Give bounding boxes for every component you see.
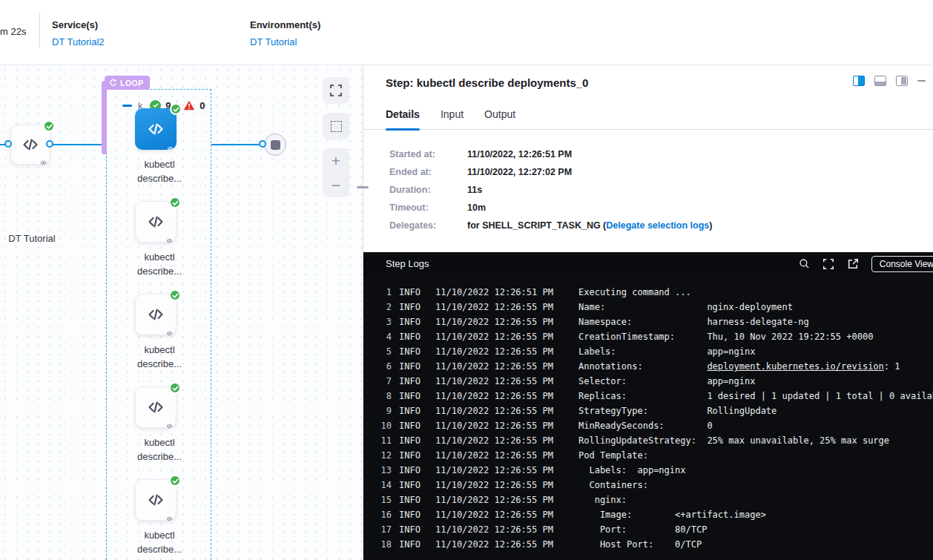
detail-value: for SHELL_SCRIPT_TASK_NG (Delegate selec… xyxy=(467,220,712,231)
canvas-select-button[interactable] xyxy=(323,113,349,139)
tab-details[interactable]: Details xyxy=(386,99,420,130)
step-node-label: kubectldescribe... xyxy=(107,157,212,185)
log-line: 3INFO11/10/2022 12:26:55 PMNamespace: ha… xyxy=(363,314,933,329)
layout-minimized-view-icon[interactable] xyxy=(896,76,908,86)
log-line: 15INFO11/10/2022 12:26:55 PM nginx: xyxy=(363,493,933,507)
panel-tabs: Details Input Output xyxy=(363,99,933,130)
service-link[interactable]: DT Tutorial2 xyxy=(52,36,105,47)
logs-fullscreen-icon[interactable] xyxy=(822,258,834,270)
detail-row: Delegates: for SHELL_SCRIPT_TASK_NG (Del… xyxy=(389,220,933,231)
connector-dot xyxy=(259,140,266,148)
detail-row: Started at:11/10/2022, 12:26:51 PM xyxy=(389,149,933,159)
panel-resize-handle[interactable] xyxy=(357,186,369,188)
node-dt-tutorial[interactable]: DT Tutorial xyxy=(10,125,50,165)
log-line: 5INFO11/10/2022 12:26:55 PMLabels: app=n… xyxy=(363,344,933,359)
annotation-revision-link[interactable]: deployment.kubernetes.io/revision xyxy=(707,361,883,372)
success-check-icon xyxy=(169,382,181,394)
code-icon xyxy=(22,136,39,154)
connector-dot xyxy=(4,140,12,148)
log-output[interactable]: 1INFO11/10/2022 12:26:51 PMExecuting com… xyxy=(363,275,933,560)
panel-title: Step: kubectl describe deployments_0 xyxy=(386,76,588,89)
code-icon xyxy=(147,213,165,231)
loop-icon xyxy=(109,79,117,87)
detail-label: Timeout: xyxy=(389,202,467,213)
canvas-fullscreen-button[interactable] xyxy=(323,77,349,104)
minimize-icon[interactable] xyxy=(917,80,926,82)
tab-output[interactable]: Output xyxy=(484,99,515,130)
loop-badge-label: LOOP xyxy=(120,79,144,88)
delegate-selection-logs-link[interactable]: Delegate selection logs xyxy=(606,220,709,231)
step-details-panel: Step: kubectl describe deployments_0 Det… xyxy=(363,65,933,560)
pipeline-canvas[interactable]: DT Tutorial LOOP k. xyxy=(0,65,363,560)
log-line: 7INFO11/10/2022 12:26:55 PMSelector: app… xyxy=(363,374,933,389)
service-label: Service(s) xyxy=(52,19,98,30)
console-view-button[interactable]: Console View xyxy=(871,256,933,272)
loop-group-container: k. 9 0 kubectldescribe... xyxy=(106,89,211,560)
step-details: Started at:11/10/2022, 12:26:51 PM Ended… xyxy=(363,130,933,252)
elapsed-time: m 22s xyxy=(0,26,26,37)
detail-row: Duration:11s xyxy=(389,185,933,195)
stop-icon xyxy=(271,140,280,150)
log-line: 10INFO11/10/2022 12:26:55 PMMinReadySeco… xyxy=(363,418,933,433)
log-line: 18INFO11/10/2022 12:26:55 PM Host Port: … xyxy=(363,537,933,552)
detail-label: Ended at: xyxy=(389,167,467,177)
code-icon xyxy=(147,306,165,323)
log-line: 8INFO11/10/2022 12:26:55 PMReplicas: 1 d… xyxy=(363,389,933,403)
log-line: 1INFO11/10/2022 12:26:51 PMExecuting com… xyxy=(363,285,933,300)
detail-label: Delegates: xyxy=(389,220,467,231)
log-line: 17INFO11/10/2022 12:26:55 PM Port: 80/TC… xyxy=(363,522,933,537)
step-logs-header: Step Logs Console View xyxy=(363,252,933,275)
detail-row: Timeout:10m xyxy=(389,202,933,213)
environment-label: Environment(s) xyxy=(250,19,320,30)
connector-dot xyxy=(46,140,53,148)
shell-script-mini-icon xyxy=(40,156,47,162)
open-in-new-tab-icon[interactable] xyxy=(847,258,859,270)
edge-start-to-loop xyxy=(49,144,104,145)
tab-input[interactable]: Input xyxy=(441,99,464,130)
step-logs-title: Step Logs xyxy=(386,258,429,269)
step-node-label: kubectldescribe... xyxy=(107,528,212,556)
layout-right-view-icon[interactable] xyxy=(853,76,865,86)
code-icon xyxy=(147,398,165,416)
panel-header: Step: kubectl describe deployments_0 xyxy=(363,65,933,99)
detail-label: Started at: xyxy=(389,149,467,159)
environment-link[interactable]: DT Tutorial xyxy=(250,36,320,47)
success-check-icon xyxy=(169,289,181,301)
end-node[interactable] xyxy=(264,134,286,156)
success-check-icon xyxy=(43,120,55,132)
layout-bottom-view-icon[interactable] xyxy=(874,76,886,86)
zoom-out-button[interactable]: − xyxy=(323,173,349,197)
detail-value: 11/10/2022, 12:27:02 PM xyxy=(467,167,572,177)
shell-script-mini-icon xyxy=(167,142,174,148)
log-line: 13INFO11/10/2022 12:26:55 PM Labels: app… xyxy=(363,463,933,478)
shell-script-mini-icon xyxy=(166,419,173,426)
log-line: 11INFO11/10/2022 12:26:55 PMRollingUpdat… xyxy=(363,433,933,448)
warning-triangle-icon xyxy=(183,100,195,111)
zoom-in-button[interactable]: + xyxy=(323,148,349,173)
log-line: 2INFO11/10/2022 12:26:55 PMName: nginx-d… xyxy=(363,300,933,314)
loop-spine-bar xyxy=(102,81,107,154)
edge-loop-to-end xyxy=(211,144,265,145)
log-line: 9INFO11/10/2022 12:26:55 PMStrategyType:… xyxy=(363,403,933,418)
success-check-icon xyxy=(169,475,181,487)
failed-count: 0 xyxy=(200,100,205,111)
detail-value: 10m xyxy=(467,202,486,213)
code-icon xyxy=(147,120,165,138)
service-block: Service(s) DT Tutorial2 xyxy=(52,18,105,47)
marquee-icon xyxy=(331,121,342,132)
collapse-icon[interactable] xyxy=(122,105,132,107)
log-line: 4INFO11/10/2022 12:26:55 PMCreationTimes… xyxy=(363,329,933,344)
start-node-label: DT Tutorial xyxy=(0,233,73,244)
success-check-icon xyxy=(170,103,182,115)
shell-script-mini-icon xyxy=(166,326,173,333)
environment-block: Environment(s) DT Tutorial xyxy=(250,18,320,47)
step-node-label: kubectldescribe... xyxy=(107,435,212,464)
search-icon[interactable] xyxy=(799,258,810,269)
shell-script-mini-icon xyxy=(166,512,173,518)
log-line: 12INFO11/10/2022 12:26:55 PMPod Template… xyxy=(363,448,933,463)
canvas-zoom-controls: + − xyxy=(323,148,349,197)
code-icon xyxy=(147,491,165,509)
loop-badge[interactable]: LOOP xyxy=(105,76,150,90)
log-line: 6INFO11/10/2022 12:26:55 PMAnnotations: … xyxy=(363,359,933,374)
execution-header: m 22s Service(s) DT Tutorial2 Environmen… xyxy=(0,0,933,65)
